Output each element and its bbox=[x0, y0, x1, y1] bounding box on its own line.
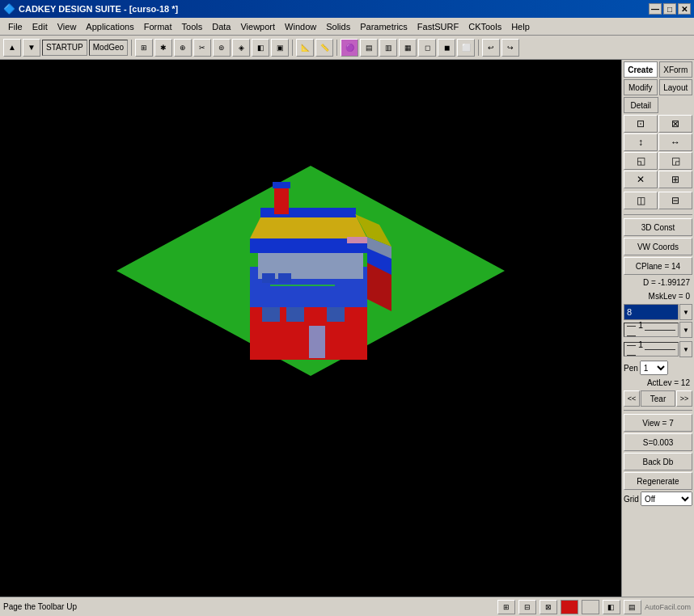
toolbar-icon-9[interactable]: 📐 bbox=[296, 39, 314, 57]
menu-file[interactable]: File bbox=[3, 20, 28, 33]
toolbar-icon-8[interactable]: ▣ bbox=[271, 39, 289, 57]
icon-btn-5[interactable]: ◱ bbox=[624, 152, 658, 170]
toolbar-icon-7[interactable]: ◧ bbox=[252, 39, 269, 57]
d-value: D = -1.99127 bbox=[624, 276, 692, 289]
status-btn-4[interactable]: ◧ bbox=[603, 600, 620, 614]
toolbar-icon-1[interactable]: ⊞ bbox=[135, 39, 153, 57]
level-arrow[interactable]: ▼ bbox=[679, 304, 692, 320]
tear-right-btn[interactable]: >> bbox=[676, 390, 692, 407]
svg-rect-8 bbox=[274, 186, 289, 214]
tab-modify[interactable]: Modify bbox=[624, 79, 658, 95]
viewport[interactable] bbox=[0, 60, 621, 597]
level-box[interactable]: 8 bbox=[624, 304, 679, 320]
menu-fastsurf[interactable]: FastSURF bbox=[413, 20, 463, 33]
pen-select[interactable]: 123 bbox=[640, 361, 668, 375]
tab-layout[interactable]: Layout bbox=[659, 79, 693, 95]
icon-btn-4[interactable]: ↔ bbox=[658, 133, 692, 151]
svg-marker-6 bbox=[250, 214, 367, 238]
status-btn-3[interactable]: ⊠ bbox=[540, 600, 557, 614]
line-style-1-arrow[interactable]: ▼ bbox=[679, 322, 692, 338]
btn-scale[interactable]: S=0.003 bbox=[624, 433, 692, 451]
icon-grid-2: ◫ ⊟ bbox=[624, 192, 692, 209]
icon-btn-6[interactable]: ◲ bbox=[658, 152, 692, 170]
minimize-button[interactable]: — bbox=[649, 3, 662, 15]
toolbar-icon-5[interactable]: ⊚ bbox=[213, 39, 231, 57]
startup-label: STARTUP bbox=[42, 40, 87, 56]
toolbar-icon-17[interactable]: ⬜ bbox=[457, 39, 475, 57]
status-btn-5[interactable]: ▤ bbox=[624, 600, 641, 614]
menu-window[interactable]: Window bbox=[280, 20, 321, 33]
tear-label[interactable]: Tear bbox=[641, 390, 675, 407]
building-scene bbox=[108, 141, 513, 481]
second-tab-row: Modify Layout bbox=[624, 79, 692, 95]
icon-btn-1[interactable]: ⊡ bbox=[624, 115, 658, 133]
actlev-label: ActLev = 12 bbox=[624, 377, 692, 389]
toolbar-icon-11[interactable]: 🟣 bbox=[341, 39, 358, 57]
line-style-2-arrow[interactable]: ▼ bbox=[679, 341, 692, 357]
line-style-2[interactable]: — 1 — bbox=[624, 342, 679, 357]
toolbar-sep-4 bbox=[478, 40, 479, 56]
close-button[interactable]: ✕ bbox=[678, 3, 691, 15]
icon-btn-2[interactable]: ⊠ bbox=[658, 115, 692, 133]
toolbar-icon-12[interactable]: ▤ bbox=[360, 39, 378, 57]
toolbar-undo[interactable]: ↩ bbox=[482, 39, 500, 57]
toolbar-icon-4[interactable]: ✂ bbox=[193, 39, 211, 57]
btn-vw-coords[interactable]: VW Coords bbox=[624, 238, 692, 255]
btn-3d-const[interactable]: 3D Const bbox=[624, 218, 692, 236]
title-bar: 🔷 CADKEY DESIGN SUITE - [curso-18 *] — □… bbox=[0, 0, 694, 18]
toolbar-down-btn[interactable]: ▼ bbox=[23, 39, 40, 57]
btn-back-db[interactable]: Back Db bbox=[624, 453, 692, 470]
toolbar: ▲ ▼ STARTUP ModGeo ⊞ ✱ ⊕ ✂ ⊚ ◈ ◧ ▣ 📐 📏 🟣… bbox=[0, 36, 694, 60]
status-btn-2[interactable]: ⊟ bbox=[518, 600, 536, 614]
btn-view[interactable]: View = 7 bbox=[624, 414, 692, 432]
menu-data[interactable]: Data bbox=[207, 20, 235, 33]
menu-viewport[interactable]: Viewport bbox=[235, 20, 280, 33]
grid-label: Grid bbox=[624, 495, 639, 504]
icon-btn-8[interactable]: ⊞ bbox=[658, 171, 692, 188]
toolbar-icon-15[interactable]: ◻ bbox=[418, 39, 436, 57]
menu-parametrics[interactable]: Parametrics bbox=[355, 20, 413, 33]
toolbar-icon-10[interactable]: 📏 bbox=[315, 39, 333, 57]
toolbar-icon-14[interactable]: ▦ bbox=[399, 39, 417, 57]
app-icon: 🔷 bbox=[3, 3, 15, 15]
toolbar-icon-13[interactable]: ▥ bbox=[379, 39, 397, 57]
menu-tools[interactable]: Tools bbox=[177, 20, 208, 33]
menu-edit[interactable]: Edit bbox=[28, 20, 53, 33]
modgeo-label: ModGeo bbox=[89, 40, 128, 56]
title-bar-left: 🔷 CADKEY DESIGN SUITE - [curso-18 *] bbox=[3, 3, 178, 15]
tab-create[interactable]: Create bbox=[624, 61, 658, 78]
btn-regenerate[interactable]: Regenerate bbox=[624, 472, 692, 490]
line-style-1[interactable]: — 1 — bbox=[624, 323, 679, 337]
icon-btn-7[interactable]: ✕ bbox=[624, 171, 658, 188]
status-bar: Page the Toolbar Up ⊞ ⊟ ⊠ ◧ ▤ AutoFacil.… bbox=[0, 597, 694, 616]
tab-detail[interactable]: Detail bbox=[624, 97, 658, 113]
btn-cplane[interactable]: CPlane = 14 bbox=[624, 257, 692, 275]
icon-btn-3[interactable]: ↕ bbox=[624, 133, 658, 151]
toolbar-up-btn[interactable]: ▲ bbox=[3, 39, 21, 57]
color-box[interactable] bbox=[561, 600, 578, 614]
tab-xform[interactable]: XForm bbox=[659, 61, 693, 78]
menu-format[interactable]: Format bbox=[139, 20, 177, 33]
toolbar-redo[interactable]: ↪ bbox=[501, 39, 519, 57]
toolbar-icon-2[interactable]: ✱ bbox=[154, 39, 172, 57]
menu-applications[interactable]: Applications bbox=[81, 20, 138, 33]
grid-select[interactable]: OffOn bbox=[641, 492, 692, 506]
menu-solids[interactable]: Solids bbox=[321, 20, 355, 33]
icon-btn-9[interactable]: ◫ bbox=[624, 192, 658, 209]
menu-help[interactable]: Help bbox=[506, 20, 535, 33]
menu-view[interactable]: View bbox=[53, 20, 82, 33]
svg-rect-9 bbox=[273, 182, 290, 188]
svg-rect-17 bbox=[309, 326, 325, 358]
tear-left-btn[interactable]: << bbox=[624, 390, 640, 407]
icon-btn-10[interactable]: ⊟ bbox=[658, 192, 692, 209]
toolbar-icon-3[interactable]: ⊕ bbox=[174, 39, 192, 57]
svg-rect-20 bbox=[347, 237, 367, 243]
color-box-2[interactable] bbox=[582, 600, 599, 614]
toolbar-icon-16[interactable]: ◼ bbox=[438, 39, 455, 57]
right-panel: Create XForm Modify Layout Detail ⊡ ⊠ ↕ … bbox=[621, 60, 694, 597]
toolbar-sep-3 bbox=[336, 40, 337, 56]
menu-cktools[interactable]: CKTools bbox=[463, 20, 506, 33]
toolbar-icon-6[interactable]: ◈ bbox=[232, 39, 250, 57]
maximize-button[interactable]: □ bbox=[663, 3, 676, 15]
status-btn-1[interactable]: ⊞ bbox=[497, 600, 515, 614]
